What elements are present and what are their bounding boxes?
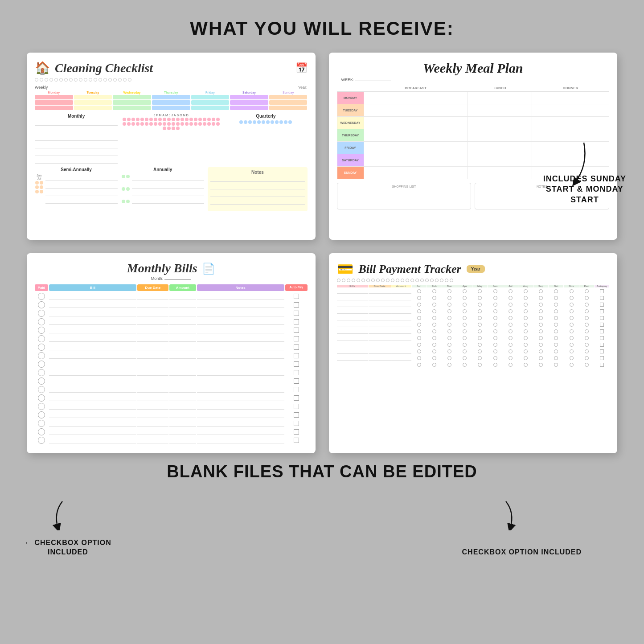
bills-data-row — [35, 428, 308, 435]
tracker-amount-line — [391, 342, 411, 347]
month-dot — [478, 329, 482, 333]
month-dot — [570, 303, 574, 307]
dot — [108, 78, 112, 82]
tracker-dots — [337, 279, 610, 282]
month-dot — [478, 303, 482, 307]
paid-circle — [38, 310, 45, 317]
amount-line — [169, 353, 196, 359]
bills-data-row — [35, 318, 308, 325]
tracker-data-row — [337, 342, 610, 347]
paid-circle — [38, 377, 45, 385]
month-dot — [493, 329, 497, 333]
dot — [54, 78, 58, 82]
month-dot — [509, 289, 513, 293]
month-dot — [585, 329, 589, 333]
month-dot — [570, 323, 574, 327]
month-dot — [432, 309, 436, 313]
notes-line — [197, 302, 284, 308]
paid-circle — [38, 301, 45, 308]
month-dot — [509, 329, 513, 333]
calendar-icon: 📅 — [295, 62, 308, 74]
tracker-amount-line — [391, 315, 411, 320]
month-dot — [493, 296, 497, 300]
autopay-check — [600, 316, 604, 320]
tracker-bill-line — [337, 349, 368, 354]
cleaning-checklist-card: 🏠 Cleaning Checklist 📅 — [27, 53, 316, 240]
month-dot — [493, 336, 497, 340]
month-dot — [570, 349, 574, 353]
month-dot — [493, 309, 497, 313]
month-dot — [539, 309, 543, 313]
tracker-amount-line — [391, 328, 411, 334]
notes-line — [197, 336, 284, 342]
table-row: WEDNESDAY — [337, 117, 609, 129]
month-dot — [447, 316, 451, 320]
month-dot — [524, 296, 528, 300]
cleaning-dots — [35, 78, 308, 82]
autopay-checkbox — [294, 395, 299, 401]
bill-line — [49, 319, 136, 325]
bottom-sections: Semi-Annually Jan Jul — [35, 167, 308, 211]
month-dot — [417, 303, 421, 307]
amount-line — [169, 319, 196, 325]
tracker-due-line — [369, 355, 391, 361]
paid-circle — [38, 327, 45, 334]
year-label: Year: — [298, 85, 308, 90]
month-dot — [432, 316, 436, 320]
bills-data-row — [35, 361, 308, 368]
tracker-bill-line — [337, 295, 368, 300]
due-date-line — [137, 420, 168, 427]
bills-data-row — [35, 403, 308, 410]
tracker-amount-line — [391, 302, 411, 307]
tracker-amount-line — [391, 355, 411, 361]
bills-icon: 📄 — [202, 263, 215, 275]
autopay-check — [600, 303, 604, 307]
autopay-check — [600, 296, 604, 300]
semi-annually-label: Semi-Annually — [35, 167, 118, 172]
day-monday: Monday — [35, 91, 73, 94]
autopay-checkbox — [294, 387, 299, 392]
month-dot — [539, 336, 543, 340]
tracker-due-line — [369, 308, 391, 314]
tracker-data-row — [337, 362, 610, 367]
month-dot — [447, 349, 451, 353]
month-dot — [417, 349, 421, 353]
month-dot — [478, 349, 482, 353]
month-dot — [432, 356, 436, 360]
month-dot — [432, 336, 436, 340]
tracker-rows — [337, 288, 610, 367]
month-dot — [554, 323, 558, 327]
amount-line — [169, 378, 196, 384]
bill-line — [49, 353, 136, 359]
tracker-due-line — [369, 315, 391, 320]
tracker-data-row — [337, 302, 610, 307]
bill-line — [49, 429, 136, 435]
bills-data-row — [35, 301, 308, 308]
month-dot — [585, 336, 589, 340]
day-friday: Friday — [191, 91, 230, 94]
paid-circle — [38, 403, 45, 410]
shopping-list-box: SHOPPING LIST — [337, 183, 472, 209]
weekly-label: Weekly — [35, 85, 48, 90]
notes-line — [197, 369, 284, 376]
day-tuesday: Tuesday — [74, 91, 112, 94]
month-dot — [447, 329, 451, 333]
tracker-due-line — [369, 349, 391, 354]
autopay-checkbox — [294, 429, 299, 435]
bills-header-row: Paid Bill Due Date Amount Notes Auto-Pay — [35, 284, 308, 291]
paid-circle — [38, 394, 45, 402]
dot — [128, 78, 131, 82]
amount-line — [169, 412, 196, 418]
due-date-line — [137, 293, 168, 299]
paid-circle — [38, 344, 45, 351]
month-dot — [539, 356, 543, 360]
month-dot — [509, 336, 513, 340]
notes-line — [197, 344, 284, 350]
amount-line — [169, 437, 196, 443]
due-date-line — [137, 429, 168, 435]
dot — [118, 78, 122, 82]
tracker-due-line — [369, 295, 391, 300]
month-label: Month: — [35, 276, 308, 281]
month-dot — [570, 363, 574, 367]
bill-line — [49, 437, 136, 443]
